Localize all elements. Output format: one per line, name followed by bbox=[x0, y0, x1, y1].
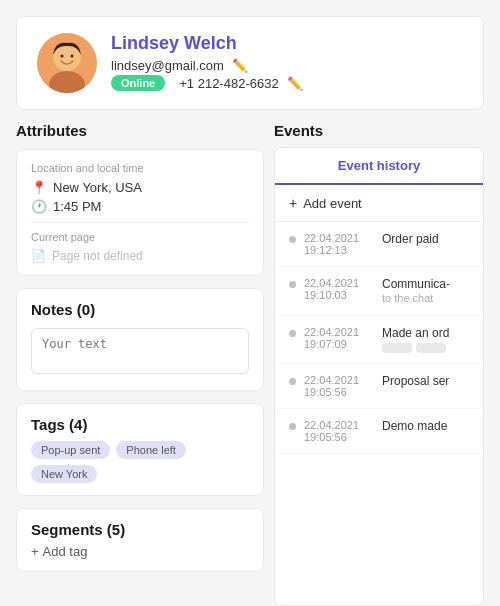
tags-title: Tags (4) bbox=[31, 416, 249, 433]
event-dot bbox=[289, 281, 296, 288]
notes-title: Notes (0) bbox=[31, 301, 249, 318]
tag-chip-phone[interactable]: Phone left bbox=[116, 441, 186, 459]
attr-divider bbox=[31, 222, 249, 223]
events-container: Event history + Add event 22.04.202119:1… bbox=[274, 147, 484, 606]
add-event-plus-icon: + bbox=[289, 195, 297, 211]
page-not-defined-text: Page not defined bbox=[52, 249, 143, 263]
location-value: New York, USA bbox=[53, 180, 142, 195]
avatar bbox=[37, 33, 97, 93]
tags-list: Pop-up sent Phone left New York bbox=[31, 441, 249, 483]
main-layout: Attributes Location and local time 📍 New… bbox=[0, 110, 500, 606]
event-sub: to the chat bbox=[382, 292, 433, 304]
time-value: 1:45 PM bbox=[53, 199, 101, 214]
event-badge bbox=[382, 343, 412, 353]
event-dot bbox=[289, 330, 296, 337]
current-page-label: Current page bbox=[31, 231, 249, 243]
profile-phone: +1 212-482-6632 bbox=[179, 76, 278, 91]
right-panel: Events Event history + Add event 22.04.2… bbox=[274, 122, 484, 606]
event-description: Order paid bbox=[382, 232, 469, 246]
notes-section: Notes (0) bbox=[16, 288, 264, 391]
tag-chip-newyork[interactable]: New York bbox=[31, 465, 97, 483]
location-row: 📍 New York, USA bbox=[31, 180, 249, 195]
tab-event-history[interactable]: Event history bbox=[275, 148, 483, 185]
time-row: 🕐 1:45 PM bbox=[31, 199, 249, 214]
svg-point-4 bbox=[71, 55, 74, 58]
tag-chip-popup[interactable]: Pop-up sent bbox=[31, 441, 110, 459]
svg-point-3 bbox=[61, 55, 64, 58]
profile-card: Lindsey Welch lindsey@gmail.com ✏️ Onlin… bbox=[16, 16, 484, 110]
location-label: Location and local time bbox=[31, 162, 249, 174]
event-time: 22.04.202119:05:56 bbox=[304, 374, 374, 398]
events-title: Events bbox=[274, 122, 484, 139]
plus-icon: + bbox=[31, 544, 39, 559]
add-tag-button[interactable]: + Add tag bbox=[31, 544, 249, 559]
event-item: 22.04.202119:12:13 Order paid bbox=[275, 222, 483, 267]
current-page-value: 📄 Page not defined bbox=[31, 249, 249, 263]
event-time: 22.04.202119:12:13 bbox=[304, 232, 374, 256]
notes-input[interactable] bbox=[31, 328, 249, 374]
profile-name: Lindsey Welch bbox=[111, 33, 463, 54]
online-badge: Online bbox=[111, 75, 165, 91]
attributes-title: Attributes bbox=[16, 122, 264, 139]
event-badge bbox=[416, 343, 446, 353]
profile-info: Lindsey Welch lindsey@gmail.com ✏️ Onlin… bbox=[111, 33, 463, 93]
event-time: 22.04.202119:05:56 bbox=[304, 419, 374, 443]
event-time: 22.04.202119:07:09 bbox=[304, 326, 374, 350]
page-icon: 📄 bbox=[31, 249, 46, 263]
profile-phone-row: Online +1 212-482-6632 ✏️ bbox=[111, 75, 463, 91]
segments-section: Segments (5) + Add tag bbox=[16, 508, 264, 572]
clock-icon: 🕐 bbox=[31, 199, 47, 214]
segments-title: Segments (5) bbox=[31, 521, 249, 538]
attribute-box: Location and local time 📍 New York, USA … bbox=[16, 149, 264, 276]
event-dot bbox=[289, 378, 296, 385]
profile-email: lindsey@gmail.com bbox=[111, 58, 224, 73]
location-icon: 📍 bbox=[31, 180, 47, 195]
events-tabs: Event history bbox=[275, 148, 483, 185]
left-panel: Attributes Location and local time 📍 New… bbox=[16, 122, 274, 606]
event-item: 22.04.202119:07:09 Made an ord bbox=[275, 316, 483, 364]
edit-email-icon[interactable]: ✏️ bbox=[232, 58, 248, 73]
event-description: Communica- to the chat bbox=[382, 277, 469, 305]
add-tag-label: Add tag bbox=[43, 544, 88, 559]
event-description: Made an ord bbox=[382, 326, 469, 353]
event-description: Proposal ser bbox=[382, 374, 469, 388]
tags-section: Tags (4) Pop-up sent Phone left New York bbox=[16, 403, 264, 496]
add-event-label: Add event bbox=[303, 196, 362, 211]
page-wrapper: Lindsey Welch lindsey@gmail.com ✏️ Onlin… bbox=[0, 0, 500, 606]
events-list: 22.04.202119:12:13 Order paid 22.04.2021… bbox=[275, 222, 483, 605]
event-dot bbox=[289, 236, 296, 243]
event-item: 22.04.202119:05:56 Proposal ser bbox=[275, 364, 483, 409]
event-description: Demo made bbox=[382, 419, 469, 433]
profile-email-row: lindsey@gmail.com ✏️ bbox=[111, 58, 463, 73]
event-time: 22.04.202119:10:03 bbox=[304, 277, 374, 301]
add-event-button[interactable]: + Add event bbox=[275, 185, 483, 222]
event-item: 22.04.202119:05:56 Demo made bbox=[275, 409, 483, 454]
edit-phone-icon[interactable]: ✏️ bbox=[287, 76, 303, 91]
event-item: 22.04.202119:10:03 Communica- to the cha… bbox=[275, 267, 483, 316]
event-dot bbox=[289, 423, 296, 430]
